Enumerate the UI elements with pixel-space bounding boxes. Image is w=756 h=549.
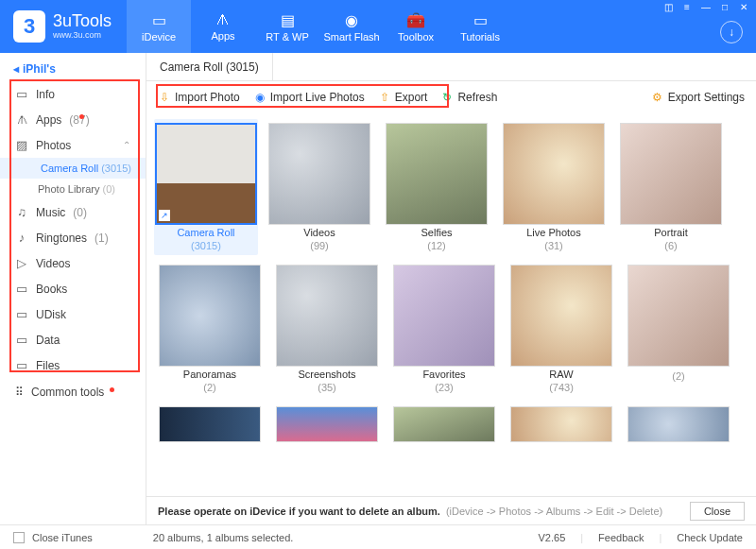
reddot-icon: [79, 114, 84, 119]
album-item[interactable]: [275, 406, 379, 442]
grid-icon: ⠿: [15, 386, 24, 399]
close-itunes-checkbox[interactable]: [13, 532, 25, 543]
chevron-up-icon: ⌃: [123, 140, 130, 150]
sidebar-ringtones[interactable]: ♪Ringtones (1): [0, 225, 146, 250]
feedback-link[interactable]: Feedback: [598, 532, 644, 543]
nav-toolbox[interactable]: 🧰Toolbox: [384, 0, 448, 53]
music-icon: ♫: [15, 205, 28, 219]
logo-icon: 3: [13, 10, 45, 43]
nav-idevice[interactable]: ▭iDevice: [127, 0, 191, 53]
disk-icon: ▭: [15, 307, 28, 321]
win-close-icon[interactable]: ✕: [737, 2, 750, 12]
win-menu-icon[interactable]: ≡: [680, 2, 694, 12]
album-item[interactable]: [509, 406, 613, 442]
album-selfies[interactable]: Selfies(12): [385, 123, 489, 251]
sidebar-photos[interactable]: ▨Photos⌃: [0, 132, 146, 158]
gear-icon: ⚙: [651, 91, 664, 104]
sidebar-books[interactable]: ▭Books: [0, 276, 146, 301]
album-panoramas[interactable]: Panoramas(2): [158, 265, 262, 393]
nav-rtwp[interactable]: ▤RT & WP: [255, 0, 319, 53]
sidebar-info[interactable]: ▭Info: [0, 81, 146, 107]
album-portrait[interactable]: Portrait(6): [619, 123, 723, 251]
book-icon: ▭: [15, 282, 28, 296]
export-button[interactable]: ⇧Export: [378, 91, 428, 104]
status-text: 20 albums, 1 albums selected.: [153, 532, 294, 543]
download-button[interactable]: ↓: [720, 21, 743, 43]
nav-smartflash[interactable]: ◉Smart Flash: [319, 0, 384, 53]
import-live-photos-button[interactable]: ◉Import Live Photos: [253, 91, 365, 104]
album-item[interactable]: [627, 406, 730, 442]
album-raw[interactable]: RAW(743): [509, 265, 613, 393]
album-favorites[interactable]: Favorites(23): [392, 265, 496, 393]
album-live-photos[interactable]: Live Photos(31): [502, 123, 606, 251]
album-screenshots[interactable]: Screenshots(35): [275, 265, 379, 393]
nav-apps[interactable]: ⩚Apps: [191, 0, 255, 53]
tab-bar: Camera Roll (3015): [146, 53, 756, 81]
album-row: [158, 406, 745, 442]
sidebar-udisk[interactable]: ▭UDisk: [0, 301, 146, 327]
check-update-link[interactable]: Check Update: [677, 532, 743, 543]
phone-icon: ▭: [152, 11, 166, 29]
footer: Close iTunes 20 albums, 1 albums selecte…: [0, 524, 756, 549]
album-item[interactable]: [392, 406, 496, 442]
apps-icon: ⩚: [215, 11, 231, 28]
import-photo-button[interactable]: ⇩Import Photo: [158, 91, 240, 104]
apps-icon: ⩚: [15, 112, 28, 127]
export-icon: ⇧: [378, 91, 391, 104]
album-unknown[interactable]: (2): [627, 265, 730, 393]
refresh-button[interactable]: ↻Refresh: [440, 91, 497, 104]
folder-icon: ▤: [281, 11, 295, 29]
sidebar-apps[interactable]: ⩚Apps (87): [0, 107, 146, 132]
album-camera-roll[interactable]: ↗ Camera Roll(3015): [154, 119, 258, 255]
brand-url: www.3u.com: [53, 31, 112, 41]
live-photo-icon: ◉: [253, 91, 266, 104]
hint-text: Please operate on iDevice if you want to…: [158, 506, 440, 517]
shortcut-icon: ↗: [159, 210, 170, 221]
sidebar-common-tools[interactable]: ⠿Common tools: [0, 378, 146, 406]
album-gallery: ↗ Camera Roll(3015) Videos(99) Selfies(1…: [146, 113, 756, 496]
sidebar-camera-roll[interactable]: Camera Roll (3015): [0, 158, 146, 179]
device-name[interactable]: ◂ iPhil's: [0, 59, 146, 81]
export-settings-button[interactable]: ⚙Export Settings: [651, 91, 745, 104]
album-row: Panoramas(2) Screenshots(35) Favorites(2…: [158, 265, 745, 393]
toolbar: ⇩Import Photo ◉Import Live Photos ⇧Expor…: [146, 81, 756, 113]
close-itunes-label: Close iTunes: [32, 532, 93, 543]
top-nav: ▭iDevice ⩚Apps ▤RT & WP ◉Smart Flash 🧰To…: [127, 0, 512, 53]
sidebar-files[interactable]: ▭Files: [0, 352, 146, 378]
book-icon: ▭: [473, 11, 488, 29]
win-maximize-icon[interactable]: □: [718, 2, 731, 12]
tab-camera-roll[interactable]: Camera Roll (3015): [146, 53, 273, 80]
folder-icon: ▭: [15, 358, 28, 372]
album-videos[interactable]: Videos(99): [267, 123, 371, 251]
win-lock-icon[interactable]: ◫: [662, 2, 675, 12]
app-header: 3 3uTools www.3u.com ▭iDevice ⩚Apps ▤RT …: [0, 0, 756, 53]
close-button[interactable]: Close: [690, 502, 745, 521]
hint-bar: Please operate on iDevice if you want to…: [146, 496, 756, 524]
hint-path: (iDevice -> Photos -> Albums -> Edit -> …: [446, 506, 662, 517]
bell-icon: ♪: [15, 231, 28, 245]
nav-tutorials[interactable]: ▭Tutorials: [448, 0, 512, 53]
album-row: ↗ Camera Roll(3015) Videos(99) Selfies(1…: [158, 123, 745, 251]
sidebar-videos[interactable]: ▷Videos: [0, 250, 146, 276]
sidebar-music[interactable]: ♫Music (0): [0, 199, 146, 225]
logo-area: 3 3uTools www.3u.com: [0, 0, 125, 53]
reddot-icon: [110, 387, 114, 392]
camera-icon: ◉: [345, 11, 358, 29]
sidebar: ◂ iPhil's ▭Info ⩚Apps (87) ▨Photos⌃ Came…: [0, 53, 146, 524]
import-photo-icon: ⇩: [158, 91, 171, 104]
brand-name: 3uTools: [53, 12, 112, 31]
version-label: V2.65: [539, 532, 566, 543]
album-item[interactable]: [158, 406, 262, 442]
video-icon: ▷: [15, 256, 28, 270]
win-minimize-icon[interactable]: —: [699, 2, 713, 12]
main-area: Camera Roll (3015) ⇩Import Photo ◉Import…: [146, 53, 756, 524]
file-icon: ▭: [15, 333, 28, 347]
toolbox-icon: 🧰: [406, 11, 425, 29]
sidebar-photo-library[interactable]: Photo Library (0): [0, 179, 146, 199]
sidebar-data[interactable]: ▭Data: [0, 327, 146, 352]
photos-icon: ▨: [15, 138, 28, 152]
refresh-icon: ↻: [440, 91, 454, 104]
window-controls: ◫ ≡ — □ ✕: [662, 2, 750, 12]
info-icon: ▭: [15, 87, 28, 101]
